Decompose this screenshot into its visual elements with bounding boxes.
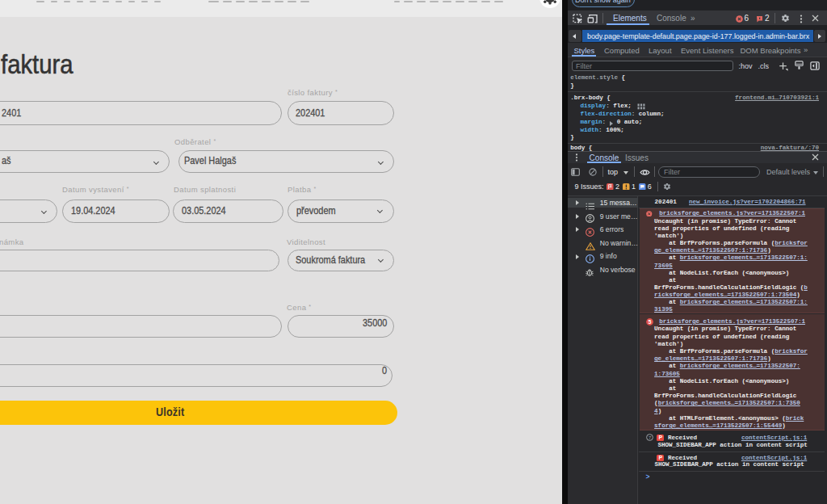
- svg-text:5: 5: [649, 319, 652, 325]
- svg-text:7: 7: [649, 435, 651, 440]
